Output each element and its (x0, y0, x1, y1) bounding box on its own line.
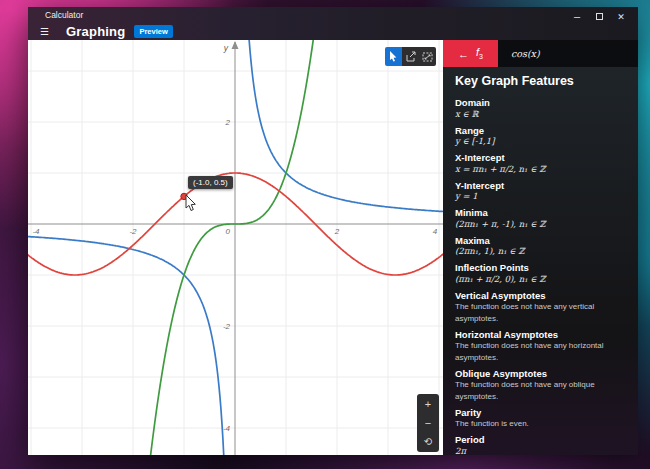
maximize-button[interactable] (588, 10, 610, 23)
page-title: Graphing (66, 24, 125, 39)
feature-section: Maxima(2πn₁, 1), n₁ ∈ ℤ (455, 235, 626, 258)
feature-value: (2πn₁ + π, -1), n₁ ∈ ℤ (455, 219, 626, 231)
minimize-icon: – (574, 14, 580, 19)
feature-value: (πn₁ + π/2, 0), n₁ ∈ ℤ (455, 274, 626, 286)
share-button[interactable] (402, 47, 419, 66)
minimize-button[interactable]: – (566, 10, 588, 23)
graph-canvas[interactable]: y-4-224-4-220 (-1.0, 0.5) (28, 40, 443, 455)
feature-section: Rangey ∈ [-1,1] (455, 125, 626, 148)
close-icon: ✕ (617, 12, 625, 22)
function-back-button[interactable]: ← f3 (443, 40, 498, 67)
feature-value: y ∈ [-1,1] (455, 136, 626, 148)
feature-value: The function does not have any oblique a… (455, 379, 626, 402)
feature-title: Minima (455, 207, 626, 219)
svg-text:4: 4 (433, 227, 438, 236)
fit-to-view-icon (422, 51, 433, 62)
back-arrow-icon: ← (458, 48, 469, 60)
feature-value: 2π (455, 446, 626, 456)
feature-title: Vertical Asymptotes (455, 290, 626, 302)
zoom-in-button[interactable]: + (417, 399, 439, 409)
feature-section: Period2π (455, 434, 626, 455)
reset-view-button[interactable]: ⟲ (417, 437, 439, 447)
fit-to-view-button[interactable] (419, 47, 436, 66)
close-button[interactable]: ✕ (610, 10, 632, 23)
svg-text:-2: -2 (223, 322, 231, 331)
feature-value: The function does not have any horizonta… (455, 340, 626, 363)
feature-section: Oblique AsymptotesThe function does not … (455, 368, 626, 403)
calculator-window: Calculator – ✕ ☰ Graphing Preview y-4-22… (28, 7, 638, 455)
key-graph-features-panel: ← f3 cos(x) Key Graph Features Domainx ∈… (443, 40, 638, 455)
maximize-icon (596, 13, 603, 20)
function-name: f3 (476, 46, 483, 60)
feature-title: Domain (455, 97, 626, 109)
svg-text:-4: -4 (32, 227, 40, 236)
nav-row: ☰ Graphing Preview (28, 23, 638, 40)
feature-section: Minima(2πn₁ + π, -1), n₁ ∈ ℤ (455, 207, 626, 230)
feature-title: Horizontal Asymptotes (455, 329, 626, 341)
feature-value: The function does not have any vertical … (455, 301, 626, 324)
function-expression: cos(x) (511, 48, 540, 59)
feature-title: Oblique Asymptotes (455, 368, 626, 380)
feature-title: Parity (455, 407, 626, 419)
feature-section: Y-Intercepty = 1 (455, 180, 626, 203)
preview-badge: Preview (134, 25, 172, 38)
graph-toolbar (385, 47, 436, 66)
window-chrome: Calculator – ✕ ☰ Graphing Preview (28, 7, 638, 40)
feature-title: Period (455, 434, 626, 446)
feature-section: Domainx ∈ ℝ (455, 97, 626, 120)
window-controls: – ✕ (566, 10, 632, 23)
svg-text:-4: -4 (223, 424, 231, 433)
feature-section: X-Interceptx = πn₁ + π/2, n₁ ∈ ℤ (455, 152, 626, 175)
feature-value: x ∈ ℝ (455, 109, 626, 121)
panel-body: Key Graph Features Domainx ∈ ℝRangey ∈ [… (443, 67, 638, 455)
feature-value: x = πn₁ + π/2, n₁ ∈ ℤ (455, 164, 626, 176)
trace-pointer-button[interactable] (385, 47, 402, 66)
feature-value: (2πn₁, 1), n₁ ∈ ℤ (455, 246, 626, 258)
svg-text:2: 2 (225, 118, 231, 127)
feature-title: Inflection Points (455, 262, 626, 274)
hamburger-menu-icon[interactable]: ☰ (40, 26, 58, 37)
feature-section: Inflection Points(πn₁ + π/2, 0), n₁ ∈ ℤ (455, 262, 626, 285)
feature-title: X-Intercept (455, 152, 626, 164)
feature-title: Range (455, 125, 626, 137)
pointer-icon (389, 51, 398, 62)
feature-value: The function is even. (455, 418, 626, 430)
feature-section: Horizontal AsymptotesThe function does n… (455, 329, 626, 364)
svg-text:2: 2 (334, 227, 340, 236)
panel-header: ← f3 cos(x) (443, 40, 638, 67)
desktop-wallpaper: Calculator – ✕ ☰ Graphing Preview y-4-22… (0, 0, 650, 469)
svg-text:-2: -2 (129, 227, 137, 236)
share-icon (405, 51, 416, 62)
feature-list: Domainx ∈ ℝRangey ∈ [-1,1]X-Interceptx =… (455, 97, 626, 455)
panel-heading: Key Graph Features (455, 74, 626, 88)
trace-tooltip: (-1.0, 0.5) (188, 176, 233, 189)
feature-value: y = 1 (455, 191, 626, 203)
feature-title: Maxima (455, 235, 626, 247)
svg-text:0: 0 (226, 227, 231, 236)
window-title: Calculator (45, 10, 83, 20)
feature-title: Y-Intercept (455, 180, 626, 192)
main-content: y-4-224-4-220 (-1.0, 0.5) (28, 40, 638, 455)
zoom-controls: + − ⟲ (417, 394, 439, 452)
svg-text:y: y (223, 43, 229, 53)
titlebar[interactable]: Calculator – ✕ (28, 7, 638, 23)
feature-section: ParityThe function is even. (455, 407, 626, 430)
zoom-out-button[interactable]: − (417, 418, 439, 428)
function-plot[interactable]: y-4-224-4-220 (28, 40, 443, 455)
mouse-cursor-icon (185, 195, 198, 212)
feature-section: Vertical AsymptotesThe function does not… (455, 290, 626, 325)
